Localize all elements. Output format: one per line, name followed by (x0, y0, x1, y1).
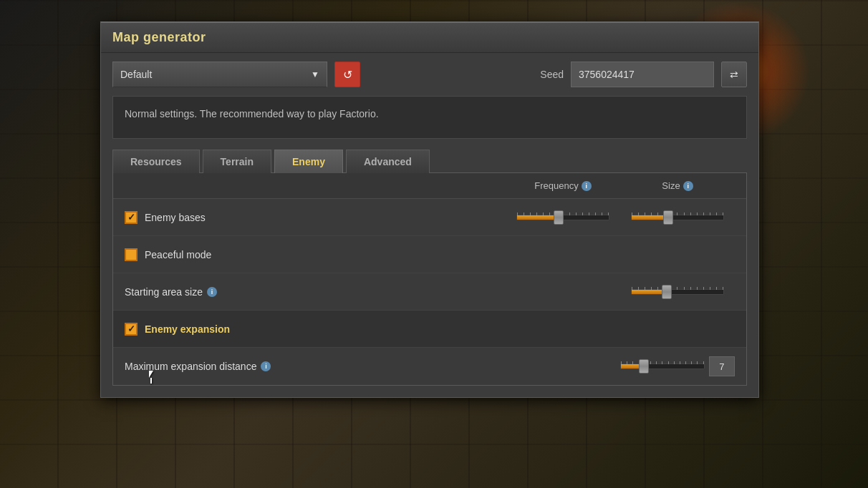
description-text: Normal settings. The recommended way to … (125, 108, 379, 119)
size-column-header: Size i (620, 180, 735, 191)
peaceful-mode-checkbox[interactable] (125, 248, 138, 261)
max-expansion-label: Maximum expansion distance (125, 361, 256, 372)
max-expansion-track[interactable] (620, 363, 705, 369)
enemy-expansion-label: Enemy expansion (145, 323, 230, 335)
enemy-bases-frequency-slider-container (506, 215, 620, 220)
enemy-bases-size-track[interactable] (631, 215, 724, 220)
reset-button[interactable]: ↺ (334, 62, 360, 87)
starting-area-size-thumb[interactable] (662, 285, 672, 299)
peaceful-mode-row: Peaceful mode (113, 236, 746, 273)
max-expansion-distance-row: Maximum expansion distance i (113, 348, 746, 385)
enemy-expansion-checkbox[interactable] (125, 323, 138, 336)
starting-area-label: Starting area size (125, 286, 203, 298)
reset-icon: ↺ (343, 68, 352, 82)
max-expansion-slider-container: 7 (620, 356, 735, 376)
title-bar: Map generator (101, 23, 758, 53)
dialog-body: Default ▼ ↺ Seed ⇄ Normal settings. The … (101, 53, 758, 397)
starting-area-size-track[interactable] (631, 289, 724, 295)
tab-advanced[interactable]: Advanced (346, 150, 430, 173)
max-expansion-label-wrapper: Maximum expansion distance i (125, 361, 506, 372)
frequency-column-header: Frequency i (506, 180, 620, 191)
description-box: Normal settings. The recommended way to … (112, 96, 747, 139)
max-expansion-value: 7 (709, 356, 735, 376)
dropdown-arrow-icon: ▼ (311, 69, 319, 79)
enemy-expansion-checkbox-wrapper: Enemy expansion (125, 323, 735, 336)
enemy-expansion-row: Enemy expansion (113, 311, 746, 348)
preset-dropdown[interactable]: Default ▼ (112, 62, 327, 87)
enemy-bases-frequency-track[interactable] (516, 215, 609, 220)
shuffle-icon: ⇄ (730, 69, 738, 80)
content-area: Frequency i Size i Enemy bases (112, 173, 747, 386)
tab-enemy[interactable]: Enemy (274, 150, 343, 173)
map-generator-dialog: Map generator Default ▼ ↺ Seed ⇄ Normal … (100, 21, 759, 398)
starting-area-info-icon[interactable]: i (207, 287, 217, 297)
enemy-bases-frequency-thumb[interactable] (554, 210, 564, 225)
enemy-bases-checkbox[interactable] (125, 211, 138, 224)
starting-area-size-slider-container (620, 289, 735, 295)
tab-resources[interactable]: Resources (112, 150, 200, 173)
tab-terrain[interactable]: Terrain (203, 150, 271, 173)
shuffle-button[interactable]: ⇄ (721, 62, 747, 87)
seed-label: Seed (540, 69, 564, 80)
tabs-row: Resources Terrain Enemy Advanced (112, 149, 747, 173)
preset-row: Default ▼ ↺ Seed ⇄ (112, 62, 747, 87)
peaceful-mode-checkbox-wrapper: Peaceful mode (125, 248, 735, 261)
seed-input[interactable] (571, 62, 714, 87)
enemy-bases-label: Enemy bases (145, 212, 206, 223)
size-info-icon[interactable]: i (683, 181, 693, 191)
max-expansion-thumb[interactable] (639, 359, 649, 374)
enemy-bases-frequency-fill (517, 215, 559, 220)
enemy-bases-size-thumb[interactable] (663, 210, 673, 225)
enemy-bases-row: Enemy bases (113, 199, 746, 236)
table-header: Frequency i Size i (113, 173, 746, 199)
peaceful-mode-label: Peaceful mode (145, 249, 211, 260)
starting-area-row: Starting area size i (113, 273, 746, 311)
enemy-bases-checkbox-wrapper: Enemy bases (125, 211, 506, 224)
frequency-info-icon[interactable]: i (582, 181, 592, 191)
enemy-bases-size-slider-container (620, 215, 735, 220)
starting-area-label-wrapper: Starting area size i (125, 286, 506, 298)
max-expansion-info-icon[interactable]: i (261, 361, 271, 371)
dialog-title: Map generator (112, 30, 206, 45)
preset-selected-value: Default (120, 69, 152, 80)
